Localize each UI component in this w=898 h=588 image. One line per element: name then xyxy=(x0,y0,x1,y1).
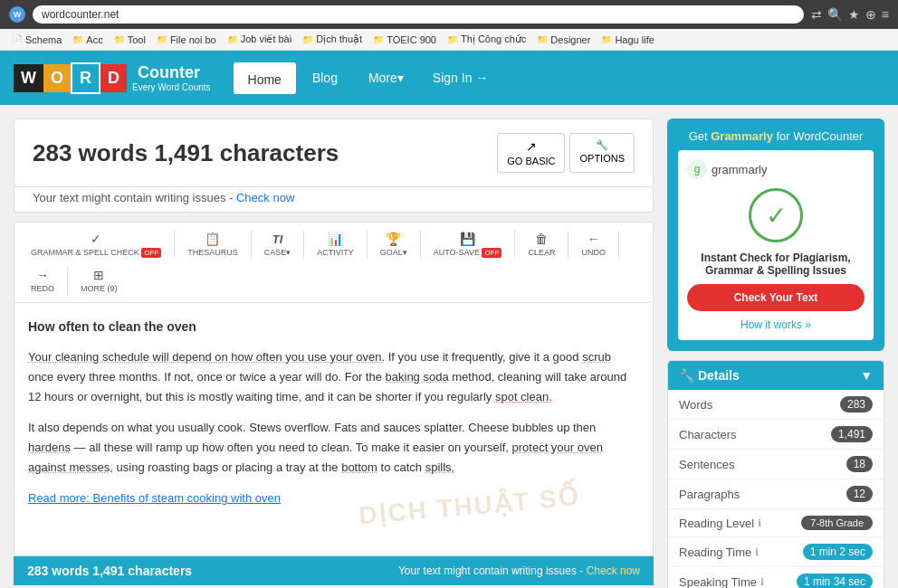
auto-save-button[interactable]: 💾 AUTO-SAVE OFF xyxy=(426,228,510,261)
bookmark-folder-icon: 📄 xyxy=(12,34,23,44)
bookmark-schema[interactable]: 📄 Schema xyxy=(7,33,66,47)
bookmark-job-viet-bai[interactable]: 📁 Job viết bài xyxy=(223,32,297,47)
logo-w: W xyxy=(14,64,43,92)
check-circle: ✓ xyxy=(749,188,803,242)
bookmark-folder-icon: 📁 xyxy=(373,34,384,44)
activity-button[interactable]: 📊 ACTIVITY xyxy=(310,228,361,261)
thesaurus-button[interactable]: 📋 THESAURUS xyxy=(180,228,245,261)
bookmark-folder-icon: 📁 xyxy=(114,34,125,44)
bookmark-designer[interactable]: 📁 Designer xyxy=(532,33,595,47)
nav-blog[interactable]: Blog xyxy=(298,63,352,92)
detail-characters: Characters 1,491 xyxy=(668,420,884,450)
logo-text: Counter xyxy=(138,63,200,81)
bottom-check-link[interactable]: Check now xyxy=(587,564,640,577)
paragraphs-label: Paragraphs xyxy=(679,488,740,501)
text-editor[interactable]: How often to clean the oven Your cleanin… xyxy=(14,303,654,556)
reading-level-value: 7-8th Grade xyxy=(801,516,873,530)
check-your-text-button[interactable]: Check Your Text xyxy=(687,284,865,311)
writing-issues-bar: Your text might contain writing issues -… xyxy=(14,187,654,213)
menu-icon[interactable]: ≡ xyxy=(882,7,889,22)
grammar-spell-check-button[interactable]: ✓ GRAMMAR & SPELL CHECK OFF xyxy=(24,228,168,261)
speaking-time-info-icon[interactable]: ℹ xyxy=(760,576,764,588)
bookmark-hagu-life[interactable]: 📁 Hagu life xyxy=(597,33,658,47)
bookmark-folder-icon: 📁 xyxy=(227,34,238,44)
redo-button[interactable]: → REDO xyxy=(24,264,62,297)
grammarly-logo: g grammarly xyxy=(687,159,865,179)
bookmark-folder-icon: 📁 xyxy=(447,34,458,44)
bookmark-toeic[interactable]: 📁 TOEIC 900 xyxy=(368,33,441,47)
search-icon[interactable]: 🔍 xyxy=(827,7,843,22)
detail-reading-level: Reading Level ℹ 7-8th Grade xyxy=(668,509,884,537)
grammarly-header: Get Grammarly for WordCounter xyxy=(678,129,874,143)
text-para1: Your cleaning schedule will depend on ho… xyxy=(28,347,639,407)
speaking-time-value: 1 min 34 sec xyxy=(797,574,873,588)
paragraphs-value: 12 xyxy=(846,486,873,502)
collapse-icon[interactable]: ▼ xyxy=(860,368,873,383)
check-icon: ✓ xyxy=(91,232,101,246)
case-icon: TI xyxy=(272,232,283,246)
nav-home[interactable]: Home xyxy=(234,62,296,94)
nav-signin[interactable]: Sign In → xyxy=(418,63,502,92)
bookmark-file-noi-bo[interactable]: 📁 File noi bo xyxy=(152,33,221,47)
go-basic-button[interactable]: ↗ GO BASIC xyxy=(497,133,565,173)
site-logo[interactable]: W O R D Counter Every Word Counts xyxy=(14,62,211,94)
case-button[interactable]: TI CASE▾ xyxy=(257,229,299,261)
how-it-works-link[interactable]: How it works » xyxy=(687,318,865,331)
grammarly-card: Get Grammarly for WordCounter g grammarl… xyxy=(667,119,884,351)
speaking-time-label: Speaking Time ℹ xyxy=(679,575,764,589)
check-now-link[interactable]: Check now xyxy=(236,191,294,204)
right-panel: Get Grammarly for WordCounter g grammarl… xyxy=(667,119,884,588)
characters-label: Characters xyxy=(679,428,737,441)
logo-d: D xyxy=(100,64,127,92)
bookmark-icon[interactable]: ★ xyxy=(848,7,860,22)
goal-button[interactable]: 🏆 GOAL▾ xyxy=(373,228,415,261)
main-content: 283 words 1,491 characters ↗ GO BASIC 🔧 … xyxy=(0,105,898,588)
toolbar-divider xyxy=(568,231,568,258)
toolbar: ✓ GRAMMAR & SPELL CHECK OFF 📋 THESAURUS … xyxy=(14,222,654,303)
options-button[interactable]: 🔧 OPTIONS xyxy=(569,133,635,173)
stats-header: 283 words 1,491 characters ↗ GO BASIC 🔧 … xyxy=(14,119,654,187)
address-bar[interactable]: wordcounter.net xyxy=(33,5,804,24)
nav-more[interactable]: More▾ xyxy=(354,63,418,92)
bookmark-folder-icon: 📁 xyxy=(302,34,313,44)
header-buttons: ↗ GO BASIC 🔧 OPTIONS xyxy=(497,133,635,173)
goal-icon: 🏆 xyxy=(386,232,401,246)
bookmark-folder-icon: 📁 xyxy=(537,34,548,44)
bookmark-folder-icon: 📁 xyxy=(157,34,167,44)
bookmark-thi-cong-chuc[interactable]: 📁 Thị Công chức xyxy=(443,32,530,47)
details-panel: 🔧 Details ▼ Words 283 Characters 1,491 S… xyxy=(667,360,884,588)
redo-icon: → xyxy=(36,268,49,282)
undo-button[interactable]: ← UNDO xyxy=(574,228,613,261)
logo-sub: Every Word Counts xyxy=(132,82,211,92)
reading-level-label: Reading Level ℹ xyxy=(679,517,761,530)
word-count-title: 283 words 1,491 characters xyxy=(33,139,339,167)
clear-button[interactable]: 🗑 CLEAR xyxy=(521,228,562,261)
detail-paragraphs: Paragraphs 12 xyxy=(668,479,884,509)
extension-icon[interactable]: ⊕ xyxy=(865,7,876,22)
text-link[interactable]: Read more: Benefits of steam cooking wit… xyxy=(28,488,639,508)
toolbar-divider xyxy=(618,231,619,258)
options-icon: 🔧 xyxy=(596,139,608,151)
toolbar-divider xyxy=(67,267,68,294)
site-header: W O R D Counter Every Word Counts Home B… xyxy=(0,51,898,105)
left-panel: 283 words 1,491 characters ↗ GO BASIC 🔧 … xyxy=(14,119,654,588)
grid-icon: ⊞ xyxy=(93,268,104,282)
text-heading: How often to clean the oven xyxy=(28,317,639,338)
translate-icon[interactable]: ⇄ xyxy=(811,7,822,22)
bottom-stats: 283 words 1,491 characters xyxy=(27,564,192,578)
reading-level-info-icon[interactable]: ℹ xyxy=(758,517,761,529)
browser-bar: W wordcounter.net ⇄ 🔍 ★ ⊕ ≡ xyxy=(0,0,898,29)
bookmark-dich-thuat[interactable]: 📁 Dịch thuật xyxy=(298,32,367,47)
more-tools-button[interactable]: ⊞ MORE (9) xyxy=(73,264,125,297)
toolbar-divider xyxy=(367,231,368,258)
bookmark-acc[interactable]: 📁 Acc xyxy=(68,33,107,47)
save-icon: 💾 xyxy=(460,232,475,246)
toolbar-divider xyxy=(251,231,252,258)
bookmark-tool[interactable]: 📁 Tool xyxy=(110,33,150,47)
main-nav: Home Blog More▾ xyxy=(234,62,418,94)
reading-time-info-icon[interactable]: ℹ xyxy=(755,546,759,558)
bottom-writing-issues: Your text might contain writing issues -… xyxy=(398,564,640,577)
activity-icon: 📊 xyxy=(328,232,343,246)
grammarly-logo-icon: g xyxy=(687,159,707,179)
sentences-label: Sentences xyxy=(679,458,734,471)
